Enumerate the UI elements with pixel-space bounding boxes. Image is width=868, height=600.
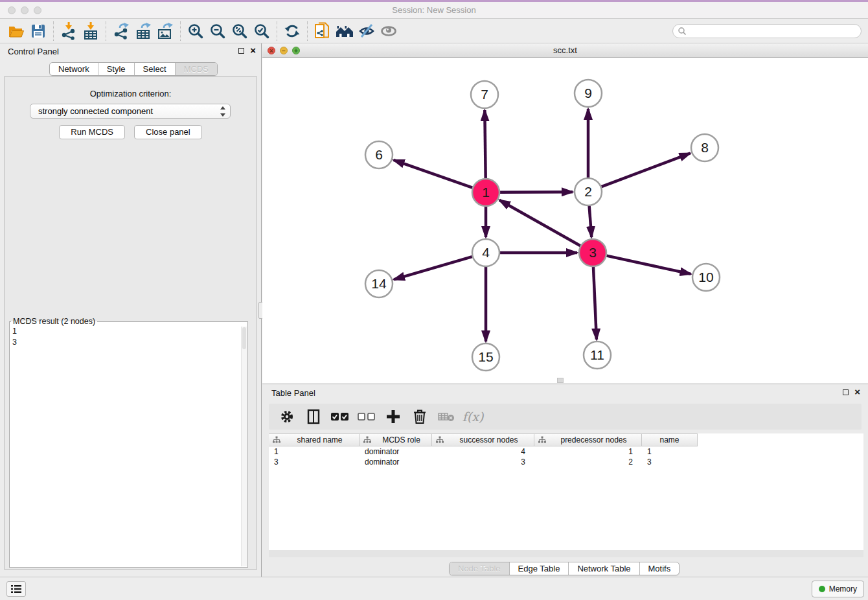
control-panel-tabbar: Network Style Select MCDS	[49, 62, 218, 76]
tab-mcds[interactable]: MCDS	[175, 63, 217, 75]
column-header[interactable]: MCDS role	[360, 434, 432, 446]
mcds-panel: Optimization criterion: strongly connect…	[4, 76, 257, 570]
tab-edge-table[interactable]: Edge Table	[509, 562, 569, 575]
attribute-tree-icon	[363, 436, 371, 444]
refresh-layout-button[interactable]	[281, 20, 303, 42]
criterion-value: strongly connected component	[38, 106, 153, 116]
graph-node-label-14: 14	[371, 276, 387, 291]
table-settings-button[interactable]	[278, 408, 296, 425]
column-header[interactable]: successor nodes	[432, 434, 534, 446]
clone-network-icon	[314, 22, 332, 40]
select-all-button[interactable]	[331, 408, 349, 425]
graph-edge-2-8	[602, 153, 691, 187]
float-table-panel-icon[interactable]	[843, 389, 849, 395]
graph-node-label-10: 10	[698, 270, 713, 284]
tab-select[interactable]: Select	[134, 63, 175, 75]
network-canvas[interactable]: 1234678910111415	[262, 58, 868, 384]
fit-content-button[interactable]	[229, 20, 251, 42]
trash-icon	[413, 409, 427, 424]
export-image-button[interactable]	[154, 20, 176, 42]
hide-graphics-details-button[interactable]	[356, 20, 378, 42]
close-table-panel-icon[interactable]: ×	[854, 388, 860, 396]
import-table-button[interactable]	[80, 20, 102, 42]
table-row[interactable]: 1dominator411	[269, 446, 863, 457]
export-network-button[interactable]	[110, 20, 132, 42]
show-graphics-details-button[interactable]	[378, 20, 400, 42]
network-graph[interactable]: 1234678910111415	[262, 58, 868, 384]
table-cell: dominator	[360, 446, 432, 457]
tab-style[interactable]: Style	[98, 63, 134, 75]
graph-node-label-6: 6	[375, 147, 383, 162]
toolbar-separator	[307, 21, 308, 41]
export-image-icon	[156, 22, 174, 40]
zoom-in-button[interactable]	[185, 20, 207, 42]
column-header[interactable]: predecessor nodes	[534, 434, 642, 446]
window-titlebar: Session: New Session	[0, 0, 868, 19]
attribute-tree-icon	[436, 436, 444, 444]
tab-network-table[interactable]: Network Table	[568, 562, 639, 575]
zoom-in-icon	[187, 22, 205, 40]
graph-node-label-15: 15	[478, 349, 493, 364]
home-button[interactable]	[334, 20, 356, 42]
deselect-all-button[interactable]	[358, 408, 376, 425]
open-session-button[interactable]	[5, 20, 27, 42]
close-panel-button[interactable]: Close panel	[134, 125, 202, 139]
table-cell: 3	[642, 457, 698, 467]
show-columns-button[interactable]	[304, 408, 323, 425]
column-header[interactable]: shared name	[269, 434, 360, 446]
toolbar-separator	[106, 21, 106, 41]
search-icon	[678, 27, 687, 36]
task-history-button[interactable]	[6, 581, 26, 597]
tab-motifs[interactable]: Motifs	[639, 562, 680, 575]
tab-network[interactable]: Network	[50, 63, 98, 75]
delete-table-icon	[438, 411, 455, 422]
home-icon	[335, 22, 354, 40]
table-cell: 1	[269, 446, 360, 457]
import-network-button[interactable]	[58, 20, 80, 42]
graph-edge-3-10	[606, 256, 691, 274]
mcds-result-text: 1 3	[12, 326, 240, 566]
zoom-out-button[interactable]	[207, 20, 229, 42]
tab-node-table[interactable]: Node Table	[450, 562, 509, 575]
network-window-titlebar[interactable]: × − + scc.txt	[262, 43, 868, 58]
result-scrollbar[interactable]	[241, 327, 247, 566]
search-input[interactable]	[687, 25, 861, 37]
toolbar-separator	[180, 21, 181, 41]
criterion-dropdown[interactable]: strongly connected component	[30, 104, 231, 119]
export-table-button[interactable]	[132, 20, 154, 42]
attribute-tree-icon	[273, 436, 280, 444]
optimization-criterion-label: Optimization criterion:	[5, 89, 257, 98]
delete-row-button[interactable]	[411, 408, 429, 425]
zoom-selected-button[interactable]	[251, 20, 273, 42]
graph-edge-1-2	[500, 192, 573, 192]
column-header[interactable]: name	[642, 434, 698, 446]
memory-button[interactable]: Memory	[812, 581, 864, 597]
canvas-hscroll-grip[interactable]	[557, 378, 564, 383]
search-field[interactable]	[672, 24, 862, 38]
refresh-icon	[283, 22, 301, 40]
result-scrollbar-thumb[interactable]	[242, 327, 246, 349]
add-row-button[interactable]	[384, 408, 402, 425]
table-row[interactable]: 3dominator323	[269, 457, 863, 467]
graph-edge-4-14	[394, 257, 472, 279]
delete-table-button	[437, 408, 455, 425]
graph-edge-3-11	[593, 267, 597, 340]
table-panel: Table Panel ×	[262, 384, 868, 577]
close-panel-icon[interactable]: ×	[250, 47, 256, 54]
table-hscrollbar[interactable]	[269, 550, 863, 557]
float-panel-icon[interactable]	[238, 48, 244, 54]
eye-icon	[379, 22, 398, 40]
control-panel-title: Control Panel	[8, 47, 59, 56]
network-window-title: scc.txt	[262, 45, 868, 55]
status-bar: Memory	[0, 577, 868, 600]
table-cell: 2	[534, 457, 642, 467]
run-mcds-button[interactable]: Run MCDS	[59, 125, 125, 139]
import-table-icon	[82, 22, 100, 40]
export-table-icon	[134, 22, 152, 40]
save-session-button[interactable]	[27, 20, 49, 42]
control-panel: Control Panel × Network Style Select MCD…	[0, 43, 262, 577]
unchecked-boxes-icon	[358, 412, 376, 421]
clone-network-button[interactable]	[312, 20, 334, 42]
graph-edge-2-3	[589, 206, 592, 237]
zoom-out-icon	[209, 22, 227, 40]
